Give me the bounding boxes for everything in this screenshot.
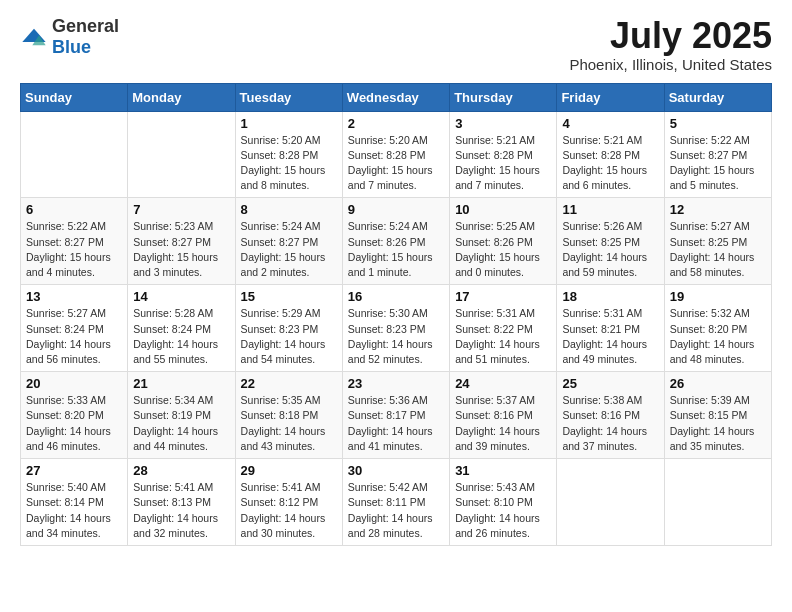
calendar-cell: 8Sunrise: 5:24 AM Sunset: 8:27 PM Daylig…: [235, 198, 342, 285]
calendar-cell: 9Sunrise: 5:24 AM Sunset: 8:26 PM Daylig…: [342, 198, 449, 285]
calendar-cell: 18Sunrise: 5:31 AM Sunset: 8:21 PM Dayli…: [557, 285, 664, 372]
calendar-cell: 25Sunrise: 5:38 AM Sunset: 8:16 PM Dayli…: [557, 372, 664, 459]
calendar-cell: 12Sunrise: 5:27 AM Sunset: 8:25 PM Dayli…: [664, 198, 771, 285]
calendar-cell: 3Sunrise: 5:21 AM Sunset: 8:28 PM Daylig…: [450, 111, 557, 198]
calendar-cell: 2Sunrise: 5:20 AM Sunset: 8:28 PM Daylig…: [342, 111, 449, 198]
day-number: 14: [133, 289, 229, 304]
day-info: Sunrise: 5:22 AM Sunset: 8:27 PM Dayligh…: [26, 219, 122, 280]
day-number: 19: [670, 289, 766, 304]
calendar-cell: 15Sunrise: 5:29 AM Sunset: 8:23 PM Dayli…: [235, 285, 342, 372]
day-number: 27: [26, 463, 122, 478]
weekday-header-monday: Monday: [128, 83, 235, 111]
day-number: 26: [670, 376, 766, 391]
calendar-cell: 22Sunrise: 5:35 AM Sunset: 8:18 PM Dayli…: [235, 372, 342, 459]
calendar-cell: 21Sunrise: 5:34 AM Sunset: 8:19 PM Dayli…: [128, 372, 235, 459]
calendar-cell: 6Sunrise: 5:22 AM Sunset: 8:27 PM Daylig…: [21, 198, 128, 285]
day-number: 17: [455, 289, 551, 304]
calendar-week-row: 13Sunrise: 5:27 AM Sunset: 8:24 PM Dayli…: [21, 285, 772, 372]
day-number: 6: [26, 202, 122, 217]
calendar-cell: [557, 459, 664, 546]
weekday-header-sunday: Sunday: [21, 83, 128, 111]
calendar-week-row: 1Sunrise: 5:20 AM Sunset: 8:28 PM Daylig…: [21, 111, 772, 198]
day-number: 9: [348, 202, 444, 217]
day-info: Sunrise: 5:29 AM Sunset: 8:23 PM Dayligh…: [241, 306, 337, 367]
calendar-cell: 30Sunrise: 5:42 AM Sunset: 8:11 PM Dayli…: [342, 459, 449, 546]
day-number: 11: [562, 202, 658, 217]
calendar-cell: 11Sunrise: 5:26 AM Sunset: 8:25 PM Dayli…: [557, 198, 664, 285]
day-info: Sunrise: 5:33 AM Sunset: 8:20 PM Dayligh…: [26, 393, 122, 454]
month-year-title: July 2025: [569, 16, 772, 56]
calendar-cell: 17Sunrise: 5:31 AM Sunset: 8:22 PM Dayli…: [450, 285, 557, 372]
calendar-cell: [128, 111, 235, 198]
day-number: 1: [241, 116, 337, 131]
weekday-header-thursday: Thursday: [450, 83, 557, 111]
day-info: Sunrise: 5:41 AM Sunset: 8:13 PM Dayligh…: [133, 480, 229, 541]
logo: General Blue: [20, 16, 119, 58]
day-info: Sunrise: 5:37 AM Sunset: 8:16 PM Dayligh…: [455, 393, 551, 454]
location-subtitle: Phoenix, Illinois, United States: [569, 56, 772, 73]
day-number: 4: [562, 116, 658, 131]
calendar-week-row: 6Sunrise: 5:22 AM Sunset: 8:27 PM Daylig…: [21, 198, 772, 285]
day-info: Sunrise: 5:43 AM Sunset: 8:10 PM Dayligh…: [455, 480, 551, 541]
day-info: Sunrise: 5:31 AM Sunset: 8:22 PM Dayligh…: [455, 306, 551, 367]
day-number: 22: [241, 376, 337, 391]
calendar-cell: 26Sunrise: 5:39 AM Sunset: 8:15 PM Dayli…: [664, 372, 771, 459]
calendar-table: SundayMondayTuesdayWednesdayThursdayFrid…: [20, 83, 772, 546]
svg-marker-0: [22, 29, 45, 42]
weekday-header-friday: Friday: [557, 83, 664, 111]
calendar-cell: 7Sunrise: 5:23 AM Sunset: 8:27 PM Daylig…: [128, 198, 235, 285]
logo-icon: [20, 27, 48, 47]
day-number: 30: [348, 463, 444, 478]
title-block: July 2025 Phoenix, Illinois, United Stat…: [569, 16, 772, 73]
day-number: 25: [562, 376, 658, 391]
day-info: Sunrise: 5:41 AM Sunset: 8:12 PM Dayligh…: [241, 480, 337, 541]
day-number: 24: [455, 376, 551, 391]
day-info: Sunrise: 5:21 AM Sunset: 8:28 PM Dayligh…: [562, 133, 658, 194]
calendar-cell: 31Sunrise: 5:43 AM Sunset: 8:10 PM Dayli…: [450, 459, 557, 546]
day-info: Sunrise: 5:36 AM Sunset: 8:17 PM Dayligh…: [348, 393, 444, 454]
day-number: 12: [670, 202, 766, 217]
weekday-header-saturday: Saturday: [664, 83, 771, 111]
day-info: Sunrise: 5:20 AM Sunset: 8:28 PM Dayligh…: [241, 133, 337, 194]
calendar-cell: 16Sunrise: 5:30 AM Sunset: 8:23 PM Dayli…: [342, 285, 449, 372]
calendar-cell: 28Sunrise: 5:41 AM Sunset: 8:13 PM Dayli…: [128, 459, 235, 546]
calendar-cell: 13Sunrise: 5:27 AM Sunset: 8:24 PM Dayli…: [21, 285, 128, 372]
weekday-header-tuesday: Tuesday: [235, 83, 342, 111]
day-info: Sunrise: 5:23 AM Sunset: 8:27 PM Dayligh…: [133, 219, 229, 280]
day-info: Sunrise: 5:35 AM Sunset: 8:18 PM Dayligh…: [241, 393, 337, 454]
calendar-cell: 14Sunrise: 5:28 AM Sunset: 8:24 PM Dayli…: [128, 285, 235, 372]
day-info: Sunrise: 5:24 AM Sunset: 8:26 PM Dayligh…: [348, 219, 444, 280]
day-number: 28: [133, 463, 229, 478]
calendar-cell: 10Sunrise: 5:25 AM Sunset: 8:26 PM Dayli…: [450, 198, 557, 285]
calendar-cell: 27Sunrise: 5:40 AM Sunset: 8:14 PM Dayli…: [21, 459, 128, 546]
calendar-cell: [21, 111, 128, 198]
day-number: 7: [133, 202, 229, 217]
day-number: 18: [562, 289, 658, 304]
logo-blue: Blue: [52, 37, 91, 57]
day-number: 31: [455, 463, 551, 478]
day-info: Sunrise: 5:32 AM Sunset: 8:20 PM Dayligh…: [670, 306, 766, 367]
day-number: 15: [241, 289, 337, 304]
day-info: Sunrise: 5:21 AM Sunset: 8:28 PM Dayligh…: [455, 133, 551, 194]
day-info: Sunrise: 5:31 AM Sunset: 8:21 PM Dayligh…: [562, 306, 658, 367]
day-info: Sunrise: 5:24 AM Sunset: 8:27 PM Dayligh…: [241, 219, 337, 280]
calendar-cell: [664, 459, 771, 546]
day-number: 16: [348, 289, 444, 304]
day-number: 3: [455, 116, 551, 131]
day-info: Sunrise: 5:26 AM Sunset: 8:25 PM Dayligh…: [562, 219, 658, 280]
day-number: 5: [670, 116, 766, 131]
calendar-cell: 29Sunrise: 5:41 AM Sunset: 8:12 PM Dayli…: [235, 459, 342, 546]
weekday-header-wednesday: Wednesday: [342, 83, 449, 111]
day-number: 10: [455, 202, 551, 217]
day-info: Sunrise: 5:42 AM Sunset: 8:11 PM Dayligh…: [348, 480, 444, 541]
weekday-header-row: SundayMondayTuesdayWednesdayThursdayFrid…: [21, 83, 772, 111]
logo-text: General Blue: [52, 16, 119, 58]
day-info: Sunrise: 5:27 AM Sunset: 8:24 PM Dayligh…: [26, 306, 122, 367]
calendar-cell: 1Sunrise: 5:20 AM Sunset: 8:28 PM Daylig…: [235, 111, 342, 198]
day-info: Sunrise: 5:38 AM Sunset: 8:16 PM Dayligh…: [562, 393, 658, 454]
day-info: Sunrise: 5:27 AM Sunset: 8:25 PM Dayligh…: [670, 219, 766, 280]
day-number: 2: [348, 116, 444, 131]
day-info: Sunrise: 5:20 AM Sunset: 8:28 PM Dayligh…: [348, 133, 444, 194]
calendar-week-row: 27Sunrise: 5:40 AM Sunset: 8:14 PM Dayli…: [21, 459, 772, 546]
day-number: 23: [348, 376, 444, 391]
